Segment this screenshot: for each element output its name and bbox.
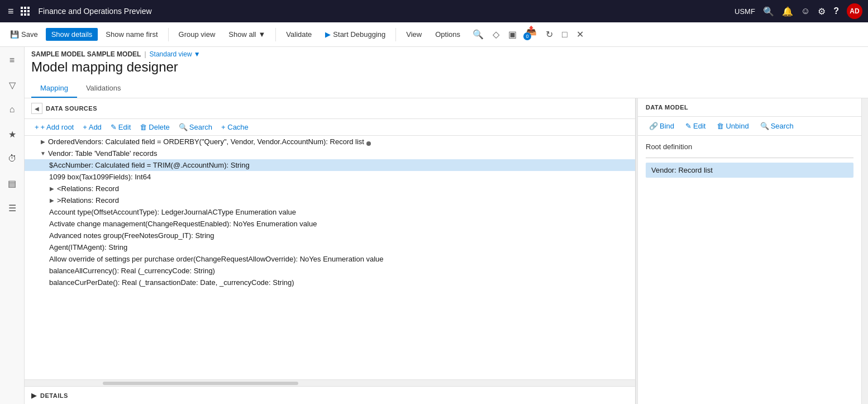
command-bar: 💾 Save Show details Show name first Grou… — [0, 22, 868, 47]
main-layout: ≡ ▽ ⌂ ★ ⏱ ▤ ☰ SAMPLE MODEL SAMPLE MODEL … — [0, 47, 868, 404]
sidebar-grid-icon[interactable]: ▤ — [3, 174, 21, 192]
unbind-trash-icon: 🗑 — [717, 122, 724, 130]
expand-relations-less-icon[interactable]: ▶ — [49, 186, 55, 192]
search-dm-button[interactable]: 🔍 Search — [757, 120, 797, 132]
delete-ds-button[interactable]: 🗑 Delete — [136, 121, 173, 133]
breadcrumb-separator: | — [144, 50, 146, 58]
data-model-content: Root definition Vendor: Record list — [638, 136, 861, 404]
separator-2 — [275, 28, 276, 41]
bind-button[interactable]: 🔗 Bind — [646, 120, 678, 132]
tree-item-relations-less[interactable]: ▶ <Relations: Record — [25, 183, 635, 194]
right-panel: DATA MODEL 🔗 Bind ✎ Edit 🗑 Unbind — [638, 98, 861, 404]
standard-view-button[interactable]: Standard view ▼ — [150, 50, 201, 58]
tree-item-allow-override[interactable]: Allow override of settings per purchase … — [25, 253, 635, 265]
separator-1 — [168, 28, 169, 41]
top-bar: ≡ Finance and Operations Preview USMF 🔍 … — [0, 0, 868, 22]
user-avatar[interactable]: AD — [847, 3, 862, 19]
add-root-plus-icon: + — [35, 123, 39, 131]
add-root-button[interactable]: + + Add root — [31, 121, 77, 133]
tree-item-relations-greater[interactable]: ▶ >Relations: Record — [25, 194, 635, 206]
sidebar-star-icon[interactable]: ★ — [3, 125, 21, 143]
edit-dm-button[interactable]: ✎ Edit — [682, 120, 709, 132]
tree-item-account-type[interactable]: Account type(OffsetAccountType): LedgerJ… — [25, 206, 635, 218]
search-command-icon[interactable]: 🔍 — [470, 28, 486, 41]
popout-icon[interactable]: □ — [560, 28, 570, 41]
sidebar-list-icon[interactable]: ☰ — [3, 199, 21, 217]
datasources-tree: ▶ OrderedVendors: Calculated field = ORD… — [25, 136, 635, 379]
expand-vendor-icon[interactable]: ▼ — [40, 151, 46, 156]
badge-icon[interactable]: 📤 0 — [523, 24, 539, 45]
usmf-label: USMF — [735, 7, 755, 16]
horizontal-scrollbar[interactable] — [25, 379, 635, 386]
tree-item-acc-number[interactable]: $AccNumber: Calculated field = TRIM(@.Ac… — [25, 159, 635, 171]
tree-item-activate-change[interactable]: Activate change management(ChangeRequest… — [25, 218, 635, 230]
cache-button[interactable]: + Cache — [218, 121, 252, 133]
add-button[interactable]: + Add — [79, 121, 105, 133]
root-def-separator — [646, 158, 853, 158]
search-ds-button[interactable]: 🔍 Search — [175, 121, 216, 133]
details-chevron-icon: ▶ — [31, 391, 37, 400]
tabs: Mapping Validations — [25, 79, 868, 98]
left-panel: ◀ DATA SOURCES + + Add root + Add ✎ Edit — [25, 98, 636, 404]
data-model-header: DATA MODEL — [638, 98, 861, 117]
datasources-collapse-button[interactable]: ◀ — [31, 103, 42, 114]
badge-count: 0 — [523, 32, 531, 40]
unbind-button[interactable]: 🗑 Unbind — [713, 120, 752, 132]
sidebar-clock-icon[interactable]: ⏱ — [3, 150, 21, 168]
close-icon[interactable]: ✕ — [574, 28, 586, 41]
refresh-icon[interactable]: ↻ — [543, 28, 555, 41]
page-title: Model mapping designer — [25, 58, 868, 79]
top-icons: ◇ ▣ 📤 0 ↻ □ ✕ — [490, 24, 586, 45]
left-sidebar: ≡ ▽ ⌂ ★ ⏱ ▤ ☰ — [0, 47, 25, 404]
help-icon[interactable]: ? — [833, 6, 839, 16]
tree-item-balance-all-currency[interactable]: balanceAllCurrency(): Real (_currencyCod… — [25, 265, 635, 277]
top-bar-left: ≡ Finance and Operations Preview — [6, 4, 152, 18]
search-dm-icon: 🔍 — [760, 122, 769, 130]
tree-item-vendor[interactable]: ▼ Vendor: Table 'VendTable' records — [25, 148, 635, 159]
expand-ordered-vendors-icon[interactable]: ▶ — [40, 139, 46, 145]
sidebar-filter-icon[interactable]: ▽ — [3, 76, 21, 94]
search-ds-icon: 🔍 — [179, 123, 188, 131]
datasources-header: ◀ DATA SOURCES — [25, 98, 635, 119]
tree-item-advanced-notes[interactable]: Advanced notes group(FreeNotesGroup_IT):… — [25, 230, 635, 241]
start-debugging-button[interactable]: ▶ Start Debugging — [319, 28, 391, 41]
datasources-title: DATA SOURCES — [46, 105, 97, 112]
show-name-first-button[interactable]: Show name first — [100, 28, 163, 41]
dm-item-vendor[interactable]: Vendor: Record list — [646, 163, 853, 178]
save-button[interactable]: 💾 Save — [4, 28, 44, 41]
search-icon[interactable]: 🔍 — [763, 6, 774, 17]
panel-layout: ◀ DATA SOURCES + + Add root + Add ✎ Edit — [25, 98, 868, 404]
scroll-track[interactable] — [103, 382, 298, 385]
tree-item-agent[interactable]: Agent(ITMAgent): String — [25, 241, 635, 253]
layout-icon[interactable]: ▣ — [506, 28, 519, 41]
diamond-icon[interactable]: ◇ — [490, 28, 502, 41]
show-details-button[interactable]: Show details — [46, 28, 98, 41]
tree-item-1099[interactable]: 1099 box(Tax1099Fields): Int64 — [25, 171, 635, 183]
tab-mapping[interactable]: Mapping — [31, 79, 77, 98]
validate-button[interactable]: Validate — [280, 28, 317, 41]
details-label: DETAILS — [40, 392, 68, 399]
edit-ds-button[interactable]: ✎ Edit — [107, 121, 134, 133]
sidebar-icon-menu[interactable]: ≡ — [3, 51, 21, 69]
breadcrumb-model: SAMPLE MODEL SAMPLE MODEL — [31, 50, 141, 58]
expand-relations-greater-icon[interactable]: ▶ — [49, 198, 55, 203]
std-view-chevron-icon: ▼ — [194, 50, 201, 58]
delete-ds-trash-icon: 🗑 — [140, 123, 147, 131]
details-section[interactable]: ▶ DETAILS — [25, 386, 635, 404]
sidebar-home-icon[interactable]: ⌂ — [3, 101, 21, 118]
face-icon[interactable]: ☺ — [801, 6, 810, 16]
show-all-button[interactable]: Show all ▼ — [223, 28, 271, 41]
tab-validations[interactable]: Validations — [77, 79, 130, 98]
options-button[interactable]: Options — [430, 28, 466, 41]
tree-item-ordered-vendors[interactable]: ▶ OrderedVendors: Calculated field = ORD… — [25, 136, 635, 148]
bell-icon[interactable]: 🔔 — [782, 6, 793, 17]
breadcrumb: SAMPLE MODEL SAMPLE MODEL | Standard vie… — [25, 47, 868, 58]
vertical-scrollbar[interactable] — [861, 98, 868, 404]
app-menu-button[interactable]: ≡ — [6, 4, 16, 18]
settings-icon[interactable]: ⚙ — [818, 6, 826, 17]
tree-item-balance-cur-per-date[interactable]: balanceCurPerDate(): Real (_transactionD… — [25, 277, 635, 288]
separator-3 — [395, 28, 396, 41]
group-view-button[interactable]: Group view — [173, 28, 221, 41]
view-button[interactable]: View — [400, 28, 427, 41]
dot-indicator — [366, 141, 371, 146]
